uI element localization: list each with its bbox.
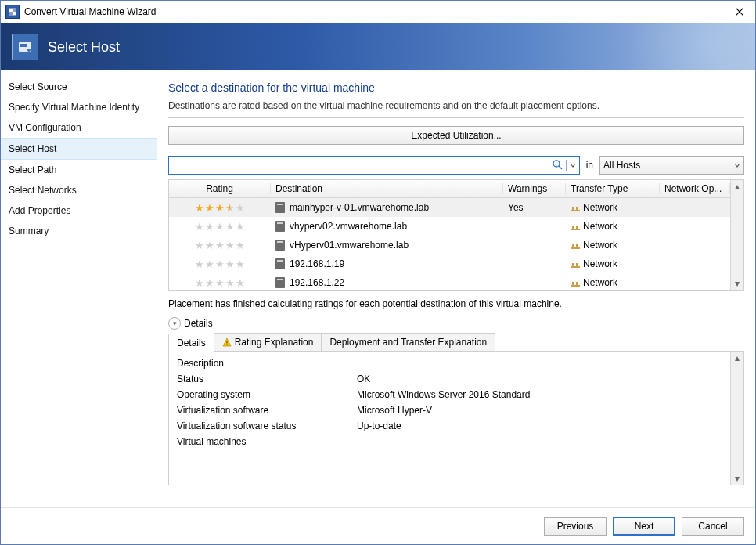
step-add-properties[interactable]: Add Properties (1, 200, 157, 221)
search-row: in All Hosts (168, 156, 744, 175)
network-icon (571, 280, 580, 287)
details-grid: Status OK Operating system Microsoft Win… (177, 374, 722, 447)
transfer-type-label: Network (583, 202, 617, 213)
field-virtstatus-value: Up-to-date (357, 420, 722, 431)
svg-rect-22 (571, 285, 580, 287)
step-select-networks[interactable]: Select Networks (1, 180, 157, 200)
previous-button[interactable]: Previous (544, 517, 607, 536)
tab-rating-label: Rating Explanation (235, 337, 314, 348)
wizard-window: Convert Virtual Machine Wizard Select Ho… (0, 0, 756, 545)
svg-rect-14 (572, 226, 574, 229)
svg-point-7 (27, 49, 31, 52)
host-icon (275, 240, 285, 251)
titlebar: Convert Virtual Machine Wizard (1, 1, 755, 23)
svg-line-9 (559, 166, 562, 169)
step-select-host[interactable]: Select Host (1, 138, 157, 160)
destination-label: mainhyper-v-01.vmwarehome.lab (290, 202, 429, 213)
in-label: in (585, 160, 595, 171)
col-rating[interactable]: Rating (169, 183, 271, 194)
page-subheading: Destinations are rated based on the virt… (168, 100, 744, 111)
wizard-body: Select Source Specify Virtual Machine Id… (1, 70, 755, 507)
scroll-up-icon[interactable]: ▴ (731, 180, 743, 193)
search-dropdown-icon[interactable] (566, 160, 579, 171)
page-heading: Select a destination for the virtual mac… (168, 81, 744, 94)
placement-status: Placement has finished calculating ratin… (168, 298, 744, 309)
svg-rect-26 (226, 341, 227, 344)
rating-stars: ★★★★★ (195, 240, 246, 251)
main-panel: Select a destination for the virtual mac… (157, 70, 755, 507)
details-toggle[interactable]: ▾ Details (168, 317, 744, 330)
tab-deployment-label: Deployment and Transfer Explanation (329, 337, 487, 348)
scroll-up-icon[interactable]: ▴ (731, 352, 743, 364)
details-pane: Description Status OK Operating system M… (168, 351, 744, 485)
svg-point-8 (553, 161, 560, 167)
wizard-steps-sidebar: Select Source Specify Virtual Machine Id… (1, 70, 157, 507)
svg-rect-6 (20, 44, 27, 47)
network-icon (571, 261, 580, 269)
chevron-down-circle-icon: ▾ (168, 317, 181, 330)
tab-details[interactable]: Details (168, 334, 214, 352)
step-specify-identity[interactable]: Specify Virtual Machine Identity (1, 97, 157, 117)
table-row[interactable]: ★★★★★192.168.1.19Network (169, 254, 730, 273)
network-icon (571, 204, 580, 212)
host-icon (275, 258, 285, 269)
table-row[interactable]: ★★★★★192.168.1.22Network (169, 273, 730, 290)
table-row[interactable]: ★★★★★mainhyper-v-01.vmwarehome.labYesNet… (169, 198, 730, 217)
rating-stars: ★★★★★ (195, 202, 246, 214)
expected-utilization-button[interactable]: Expected Utilization... (168, 126, 744, 145)
divider (168, 117, 744, 118)
destination-label: vHyperv01.vmwarehome.lab (290, 240, 409, 251)
host-icon (275, 277, 285, 288)
svg-rect-2 (13, 12, 16, 15)
warnings-cell: Yes (503, 202, 566, 213)
scroll-down-icon[interactable]: ▾ (731, 277, 743, 290)
chevron-down-icon (734, 160, 740, 171)
rating-stars: ★★★★★ (195, 221, 246, 233)
svg-rect-19 (571, 266, 580, 268)
wizard-footer: Previous Next Cancel (1, 507, 755, 544)
table-row[interactable]: ★★★★★vHyperv01.vmwarehome.labNetwork (169, 236, 730, 254)
search-icon[interactable] (549, 159, 566, 172)
svg-rect-23 (572, 282, 574, 285)
scroll-down-icon[interactable]: ▾ (731, 472, 743, 485)
svg-rect-24 (576, 282, 578, 285)
svg-rect-16 (571, 247, 580, 249)
network-icon (571, 242, 580, 250)
svg-rect-10 (571, 210, 580, 211)
host-scope-combobox[interactable]: All Hosts (599, 156, 744, 175)
step-summary[interactable]: Summary (1, 221, 157, 241)
destination-label: 192.168.1.22 (290, 277, 344, 288)
step-select-path[interactable]: Select Path (1, 160, 157, 180)
search-input[interactable] (169, 158, 549, 172)
tab-deployment-explanation[interactable]: Deployment and Transfer Explanation (321, 333, 495, 351)
details-scrollbar[interactable]: ▴ ▾ (730, 352, 743, 485)
field-status-label: Status (177, 374, 357, 384)
svg-rect-21 (576, 263, 578, 266)
details-toggle-label: Details (184, 318, 213, 329)
field-vms-label: Virtual machines (177, 436, 357, 447)
col-transfer[interactable]: Transfer Type (566, 183, 660, 194)
svg-rect-13 (571, 229, 580, 230)
tab-rating-explanation[interactable]: Rating Explanation (214, 333, 322, 351)
search-box (168, 156, 580, 175)
app-icon (5, 5, 20, 19)
svg-rect-20 (572, 263, 574, 266)
col-warnings[interactable]: Warnings (503, 183, 566, 194)
table-header: Rating Destination Warnings Transfer Typ… (169, 180, 730, 198)
field-virt-label: Virtualization software (177, 405, 357, 416)
window-title: Convert Virtual Machine Wizard (24, 6, 724, 17)
rating-stars: ★★★★★ (195, 277, 246, 289)
cancel-button[interactable]: Cancel (682, 517, 744, 536)
table-row[interactable]: ★★★★★vhyperv02.vmwarehome.labNetwork (169, 217, 730, 236)
step-vm-configuration[interactable]: VM Configuration (1, 117, 157, 138)
table-scrollbar[interactable]: ▴ ▾ (730, 180, 743, 290)
svg-rect-17 (572, 244, 574, 247)
svg-rect-27 (226, 344, 227, 345)
step-select-source[interactable]: Select Source (1, 77, 157, 97)
col-network[interactable]: Network Op... (660, 183, 730, 194)
tab-details-label: Details (177, 337, 206, 348)
svg-rect-1 (9, 9, 13, 12)
col-destination[interactable]: Destination (271, 183, 503, 194)
window-close-button[interactable] (724, 1, 755, 23)
next-button[interactable]: Next (613, 517, 675, 536)
